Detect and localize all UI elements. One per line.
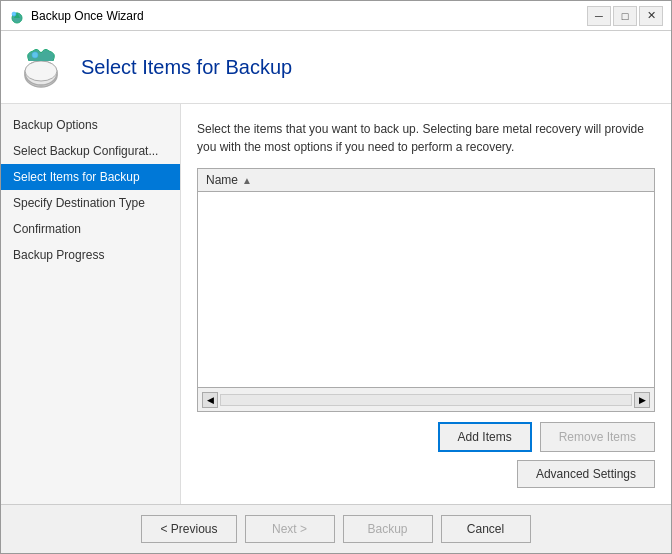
scroll-track[interactable]	[220, 394, 632, 406]
items-table: Name ▲ ◀ ▶	[197, 168, 655, 412]
content-area: Backup Options Select Backup Configurat.…	[1, 104, 671, 504]
window-controls: ─ □ ✕	[587, 6, 663, 26]
remove-items-button[interactable]: Remove Items	[540, 422, 655, 452]
sidebar-item-specify-destination[interactable]: Specify Destination Type	[1, 190, 180, 216]
description-text: Select the items that you want to back u…	[197, 120, 655, 156]
main-content: Select the items that you want to back u…	[181, 104, 671, 504]
sidebar-item-select-items[interactable]: Select Items for Backup	[1, 164, 180, 190]
table-header: Name ▲	[198, 169, 654, 192]
sidebar-item-select-backup-config[interactable]: Select Backup Configurat...	[1, 138, 180, 164]
advanced-settings-button[interactable]: Advanced Settings	[517, 460, 655, 488]
sidebar-item-backup-progress[interactable]: Backup Progress	[1, 242, 180, 268]
page-title: Select Items for Backup	[81, 56, 292, 79]
svg-point-2	[12, 12, 16, 16]
secondary-buttons-row: Advanced Settings	[197, 460, 655, 488]
svg-point-6	[32, 52, 38, 58]
minimize-button[interactable]: ─	[587, 6, 611, 26]
sidebar-item-confirmation[interactable]: Confirmation	[1, 216, 180, 242]
previous-button[interactable]: < Previous	[141, 515, 236, 543]
name-column-header: Name	[206, 173, 238, 187]
maximize-button[interactable]: □	[613, 6, 637, 26]
svg-point-5	[25, 61, 57, 81]
sidebar-item-backup-options[interactable]: Backup Options	[1, 112, 180, 138]
close-button[interactable]: ✕	[639, 6, 663, 26]
app-icon	[9, 8, 25, 24]
add-items-button[interactable]: Add Items	[438, 422, 532, 452]
scroll-left-button[interactable]: ◀	[202, 392, 218, 408]
horizontal-scrollbar[interactable]: ◀ ▶	[198, 387, 654, 411]
cancel-button[interactable]: Cancel	[441, 515, 531, 543]
wizard-icon	[17, 43, 65, 91]
sort-icon[interactable]: ▲	[242, 175, 252, 186]
window-title: Backup Once Wizard	[31, 9, 587, 23]
next-button[interactable]: Next >	[245, 515, 335, 543]
scroll-right-button[interactable]: ▶	[634, 392, 650, 408]
backup-button[interactable]: Backup	[343, 515, 433, 543]
window: Backup Once Wizard ─ □ ✕ Select Items fo…	[0, 0, 672, 554]
header: Select Items for Backup	[1, 31, 671, 104]
primary-buttons-row: Add Items Remove Items	[197, 422, 655, 452]
table-body	[198, 192, 654, 387]
title-bar: Backup Once Wizard ─ □ ✕	[1, 1, 671, 31]
sidebar: Backup Options Select Backup Configurat.…	[1, 104, 181, 504]
footer: < Previous Next > Backup Cancel	[1, 504, 671, 553]
